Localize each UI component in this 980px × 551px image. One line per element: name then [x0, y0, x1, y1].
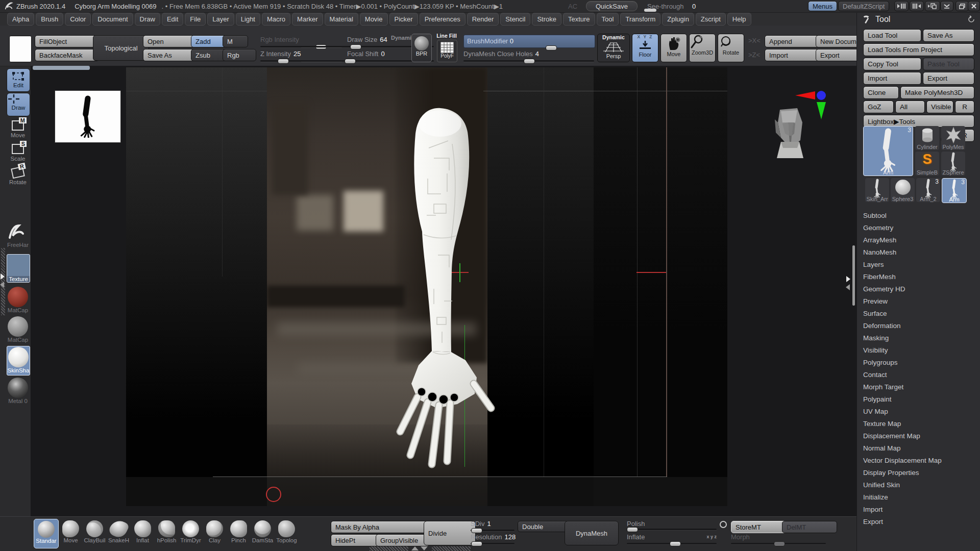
subpalette-geometry-hd[interactable]: Geometry HD — [857, 283, 980, 295]
move-mode-button[interactable]: M Move — [7, 119, 29, 140]
right-divider-close-icon[interactable] — [846, 284, 850, 290]
draw-mode-button[interactable]: Draw — [7, 93, 30, 116]
fill-object-button[interactable]: FillObject — [35, 35, 99, 47]
subpalette-geometry[interactable]: Geometry — [857, 222, 980, 234]
menu-help[interactable]: Help — [727, 13, 751, 26]
z-intensity-thumb[interactable] — [278, 59, 289, 64]
refresh-icon[interactable] — [967, 15, 975, 23]
menu-stencil[interactable]: Stencil — [500, 13, 530, 26]
groupvisible-button[interactable]: GroupVisible — [376, 534, 430, 546]
brush-snakehook[interactable]: SnakeH — [107, 519, 131, 547]
viewport-canvas[interactable] — [31, 66, 856, 516]
load-tools-from-project-button[interactable]: Load Tools From Project — [863, 43, 974, 56]
quicksave-button[interactable]: QuickSave — [586, 1, 638, 11]
goz-button[interactable]: GoZ — [863, 101, 894, 113]
shelf-import-button[interactable]: Import — [765, 49, 821, 61]
subpalette-preview[interactable]: Preview — [857, 295, 980, 308]
menu-transform[interactable]: Transform — [620, 13, 660, 26]
document-preview-thumbnail[interactable] — [55, 91, 120, 142]
hidept-button[interactable]: HidePt — [331, 534, 383, 546]
paste-tool-button[interactable]: Paste Tool — [923, 58, 974, 70]
brush-standard[interactable]: Standar — [34, 519, 59, 548]
subpalette-display-properties[interactable]: Display Properties — [857, 467, 980, 479]
rotate-camera-button[interactable]: Rotate — [718, 34, 744, 62]
matcap-red-button[interactable]: MatCap — [7, 287, 29, 314]
subpalette-morph-target[interactable]: Morph Target — [857, 381, 980, 393]
mask-by-alpha-button[interactable]: Mask By Alpha — [331, 521, 430, 533]
subpalette-masking[interactable]: Masking — [857, 332, 980, 344]
subpalette-polygroups[interactable]: Polygroups — [857, 357, 980, 369]
menu-texture[interactable]: Texture — [563, 13, 595, 26]
topological-button[interactable]: Topological — [93, 35, 149, 61]
delmt-button[interactable]: DelMT — [782, 521, 837, 533]
tool-tile-skin-arm[interactable]: Skin_Arr — [865, 178, 889, 202]
brush-clay[interactable]: Clay — [203, 519, 227, 547]
subpalette-export[interactable]: Export — [857, 516, 980, 528]
sdiv-slider[interactable]: SDiv1 — [471, 520, 514, 528]
sdiv-thumb[interactable] — [471, 528, 482, 533]
copy-tool-button[interactable]: Copy Tool — [863, 58, 921, 70]
left-divider-open-icon[interactable] — [1, 273, 5, 280]
morph-thumb[interactable] — [774, 541, 785, 546]
subpalette-displacement-map[interactable]: Displacement Map — [857, 430, 980, 442]
subpalette-normal-map[interactable]: Normal Map — [857, 442, 980, 455]
menu-zscript[interactable]: Zscript — [696, 13, 726, 26]
menu-brush[interactable]: Brush — [36, 13, 63, 26]
goz-r-button[interactable]: R — [955, 101, 974, 113]
left-tray-toggle-icon[interactable] — [894, 1, 909, 11]
canvas-h-scrollbar[interactable] — [33, 66, 90, 70]
see-through-slider-thumb[interactable] — [644, 9, 656, 12]
rgb-button[interactable]: Rgb — [223, 49, 256, 61]
subpalette-contact[interactable]: Contact — [857, 369, 980, 381]
m-button[interactable]: M — [223, 35, 248, 47]
menus-toggle-button[interactable]: Menus — [808, 1, 837, 11]
tool-tile-sphere3d[interactable]: Sphere3 — [891, 178, 915, 202]
menu-material[interactable]: Material — [325, 13, 358, 26]
brush-move[interactable]: Move — [59, 519, 83, 547]
prev-document-icon[interactable] — [925, 1, 940, 11]
append-button[interactable]: Append — [765, 35, 821, 47]
resolution-slider[interactable]: Resolution128 — [471, 533, 560, 541]
dynamesh-close-holes-thumb[interactable] — [524, 59, 535, 64]
tool-tile-polymesh-star[interactable]: PolyMes — [941, 126, 965, 150]
right-panel-scrollbar[interactable] — [852, 245, 855, 306]
subpalette-layers[interactable]: Layers — [857, 259, 980, 271]
make-polymesh3d-button[interactable]: Make PolyMesh3D — [900, 86, 974, 99]
panel-import-button[interactable]: Import — [863, 72, 921, 85]
tool-tile-simplebrush[interactable]: S SimpleB — [915, 152, 939, 176]
menu-file[interactable]: File — [185, 13, 206, 26]
rgb-intensity-slider[interactable]: Rgb Intensity — [260, 36, 342, 43]
menu-layer[interactable]: Layer — [207, 13, 234, 26]
panel-export-button[interactable]: Export — [923, 72, 974, 85]
move-camera-button[interactable]: Move — [660, 34, 687, 62]
menu-stroke[interactable]: Stroke — [532, 13, 561, 26]
subpalette-fibermesh[interactable]: FiberMesh — [857, 271, 980, 283]
minimize-button[interactable] — [940, 1, 953, 11]
subpalette-vector-displacement-map[interactable]: Vector Displacement Map — [857, 455, 980, 467]
metal-material-button[interactable]: Metal 0 — [7, 378, 29, 405]
subpalette-texture-map[interactable]: Texture Map — [857, 418, 980, 430]
goz-all-button[interactable]: All — [895, 101, 925, 113]
camera-gizmo[interactable] — [766, 87, 832, 161]
storemt-button[interactable]: StoreMT — [731, 521, 787, 533]
inflate-thumb[interactable] — [670, 541, 681, 546]
dynamic-persp-button[interactable]: Dynamic Persp — [597, 34, 630, 62]
open-button[interactable]: Open — [143, 35, 197, 47]
subpalette-uv-map[interactable]: UV Map — [857, 406, 980, 418]
z-intensity-slider[interactable]: Z Intensity25 — [260, 50, 342, 58]
polish-slider[interactable]: Polish — [627, 520, 717, 528]
menu-picker[interactable]: Picker — [389, 13, 418, 26]
floor-button[interactable]: X Y Z Floor — [632, 34, 658, 62]
subpalette-surface[interactable]: Surface — [857, 308, 980, 320]
dynamesh-close-holes-slider[interactable]: DynaMesh Close Holes4 — [463, 50, 594, 58]
restore-button[interactable] — [955, 1, 969, 11]
brush-topology[interactable]: Topolog — [275, 519, 299, 547]
menu-light[interactable]: Light — [236, 13, 260, 26]
menu-preferences[interactable]: Preferences — [420, 13, 465, 26]
menu-alpha[interactable]: Alpha — [7, 13, 34, 26]
focal-shift-thumb[interactable] — [345, 59, 356, 64]
dynamesh-button[interactable]: DynaMesh — [565, 521, 619, 545]
polish-mode-toggle[interactable] — [720, 521, 727, 528]
bpr-button[interactable]: BPR — [411, 34, 432, 62]
brush-claybuildup[interactable]: ClayBuil — [83, 519, 107, 547]
